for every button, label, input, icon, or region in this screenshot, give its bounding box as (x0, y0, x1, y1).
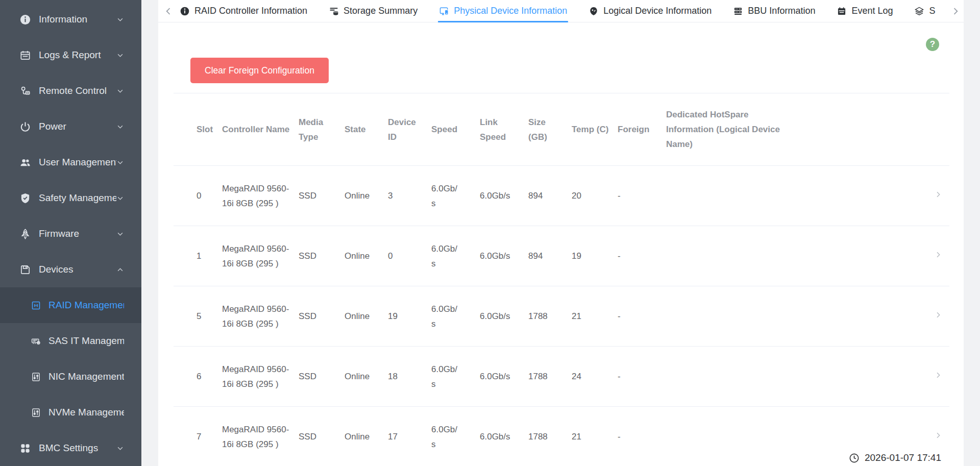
sidebar-subitem-icon (31, 407, 41, 418)
tab[interactable]: BBU Information (733, 0, 815, 22)
chevron-down-icon (116, 266, 124, 274)
sidebar-item-label: Remote Control (39, 85, 116, 96)
cell-controller: MegaRAID 9560-16i 8GB (295 ) (222, 347, 299, 407)
cell-speed: 6.0Gb/s (431, 347, 480, 407)
sidebar-item[interactable]: Information (0, 2, 141, 37)
chevron-down-icon (116, 445, 124, 452)
row-expand-chevron-icon[interactable] (934, 251, 942, 259)
tab[interactable]: Physical Device Information (439, 0, 567, 22)
table-row[interactable]: 0MegaRAID 9560-16i 8GB (295 )SSDOnline36… (174, 166, 949, 226)
sidebar-item[interactable]: Logs & Report (0, 37, 141, 73)
cell-speed: 6.0Gb/s (431, 407, 480, 466)
cell-size: 894 (528, 166, 572, 226)
tab[interactable]: S (914, 0, 935, 22)
sidebar-item[interactable]: Power (0, 109, 141, 144)
cell-speed: 6.0Gb/s (431, 226, 480, 286)
table-row[interactable]: 1MegaRAID 9560-16i 8GB (295 )SSDOnline06… (174, 226, 949, 286)
row-expand-chevron-icon[interactable] (934, 431, 942, 439)
cell-device_id: 19 (388, 286, 431, 347)
cell-media: SSD (299, 407, 345, 466)
cell-size: 1788 (528, 407, 572, 466)
column-header-media: Media Type (299, 93, 345, 166)
tab[interactable]: Storage Summary (329, 0, 418, 22)
tabs-scroll-right-icon[interactable] (950, 6, 961, 16)
tab[interactable]: Event Log (837, 0, 893, 22)
sidebar-item[interactable]: Safety Management (0, 180, 141, 216)
row-expand-chevron-icon[interactable] (934, 190, 942, 199)
tab-icon (589, 6, 599, 16)
cell-link_speed: 6.0Gb/s (480, 347, 528, 407)
cell-expand (921, 226, 949, 286)
sidebar-item-label: Devices (39, 264, 116, 275)
sidebar-subitem-label: RAID Management (48, 300, 124, 311)
status-datetime: 2026-01-07 17:41 (849, 452, 941, 463)
sidebar-subitem-label: NVMe Management (48, 407, 124, 418)
sidebar-item[interactable]: Devices (0, 252, 141, 287)
cell-state: Online (345, 166, 388, 226)
sidebar-item[interactable]: Remote Control (0, 73, 141, 109)
sidebar-item-label: Information (39, 14, 116, 25)
sidebar-item-label: User Management (39, 157, 116, 168)
tab-bar: RAID Controller Information Storage Summ… (158, 0, 964, 22)
cell-temp: 24 (572, 347, 618, 407)
sidebar-item-icon (19, 121, 31, 133)
sidebar-item-icon (19, 157, 31, 168)
chevron-down-icon (116, 123, 124, 131)
cell-state: Online (345, 347, 388, 407)
sidebar-item-label: Logs & Report (39, 50, 116, 61)
cell-hotspare (666, 166, 921, 226)
tab-icon (914, 6, 924, 16)
row-expand-chevron-icon[interactable] (934, 311, 942, 319)
sidebar-item-label: Power (39, 121, 116, 132)
chevron-down-icon (116, 159, 124, 166)
content-panel: RAID Controller Information Storage Summ… (158, 0, 964, 466)
table-row[interactable]: 5MegaRAID 9560-16i 8GB (295 )SSDOnline19… (174, 286, 949, 347)
tab-label: Event Log (851, 6, 893, 16)
cell-size: 894 (528, 226, 572, 286)
cell-state: Online (345, 286, 388, 347)
help-icon[interactable]: ? (926, 38, 939, 51)
sidebar-item-label: Safety Management (39, 192, 116, 204)
tab[interactable]: RAID Controller Information (180, 0, 307, 22)
sidebar-subitem[interactable]: NIC Management (0, 359, 141, 395)
cell-temp: 19 (572, 226, 618, 286)
sidebar-item[interactable]: BMC Settings (0, 430, 141, 466)
sidebar-subitem[interactable]: SAS IT Management (0, 323, 141, 359)
cell-controller: MegaRAID 9560-16i 8GB (295 ) (222, 166, 299, 226)
sidebar-item[interactable]: User Management (0, 144, 141, 180)
sidebar-item-icon (19, 264, 31, 276)
column-header-link_speed: Link Speed (480, 93, 528, 166)
cell-expand (921, 347, 949, 407)
table-row[interactable]: 7MegaRAID 9560-16i 8GB (295 )SSDOnline17… (174, 407, 949, 466)
sidebar-subitem-label: NIC Management (48, 371, 124, 382)
table-row[interactable]: 6MegaRAID 9560-16i 8GB (295 )SSDOnline18… (174, 347, 949, 407)
cell-hotspare (666, 347, 921, 407)
clock-icon (849, 453, 860, 463)
cell-link_speed: 6.0Gb/s (480, 166, 528, 226)
tab-label: RAID Controller Information (194, 6, 307, 16)
tabs-scroll-left-icon[interactable] (163, 6, 174, 16)
column-header-foreign: Foreign (618, 93, 666, 166)
sidebar-item[interactable]: Firmware (0, 216, 141, 252)
tab[interactable]: Logical Device Information (589, 0, 712, 22)
cell-device_id: 3 (388, 166, 431, 226)
sidebar: Information Logs & Report Remote Control (0, 0, 141, 466)
row-expand-chevron-icon[interactable] (934, 371, 942, 379)
column-header-state: State (345, 93, 388, 166)
clear-foreign-configuration-button[interactable]: Clear Foreign Configuration (190, 58, 329, 83)
sidebar-subitem[interactable]: NVMe Management (0, 395, 141, 430)
cell-controller: MegaRAID 9560-16i 8GB (295 ) (222, 226, 299, 286)
cell-media: SSD (299, 226, 345, 286)
tab-icon (733, 6, 743, 16)
chevron-down-icon (116, 194, 124, 202)
chevron-down-icon (116, 230, 124, 238)
main-area: RAID Controller Information Storage Summ… (141, 0, 980, 466)
column-header-slot: Slot (174, 93, 222, 166)
cell-foreign: - (618, 226, 666, 286)
sidebar-item-label: Firmware (39, 228, 116, 239)
cell-device_id: 0 (388, 226, 431, 286)
tabs: RAID Controller Information Storage Summ… (180, 0, 946, 22)
cell-expand (921, 286, 949, 347)
column-header-temp: Temp (C) (572, 93, 618, 166)
sidebar-subitem[interactable]: RAID Management (0, 287, 141, 323)
